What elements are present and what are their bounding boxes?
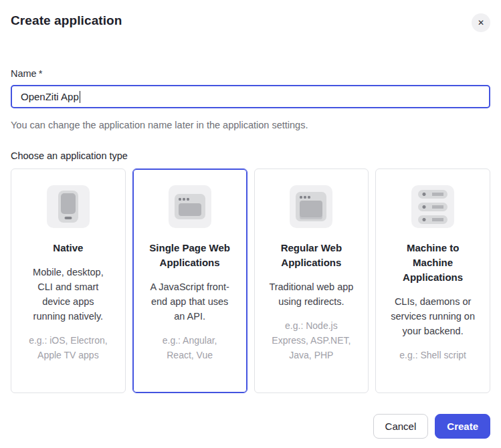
application-name-value: OpenZiti App: [21, 91, 79, 102]
app-type-title: Regular Web Applications: [270, 241, 352, 270]
close-icon: ✕: [478, 18, 484, 27]
text-caret: [80, 91, 81, 103]
dialog-footer: Cancel Create: [11, 414, 490, 439]
name-field-label: Name*: [11, 68, 490, 79]
page-title: Create application: [11, 13, 122, 28]
app-type-examples: e.g.: Angular, React, Vue: [148, 333, 232, 362]
web-app-window-icon: [296, 192, 326, 221]
app-type-examples: e.g.: Node.js Express, ASP.NET, Java, PH…: [269, 318, 353, 362]
required-marker: *: [39, 68, 43, 79]
mobile-phone-icon: [58, 191, 78, 223]
app-type-description: Traditional web app using redirects.: [269, 279, 353, 309]
app-type-icon-box: [169, 185, 211, 228]
app-type-title: Single Page Web Applications: [149, 241, 231, 270]
cancel-button[interactable]: Cancel: [373, 414, 429, 439]
close-button[interactable]: ✕: [472, 13, 490, 32]
application-name-input[interactable]: OpenZiti App: [11, 85, 490, 108]
app-type-title: Native: [27, 241, 109, 255]
application-type-label: Choose an application type: [11, 150, 490, 162]
app-type-card-native[interactable]: Native Mobile, desktop, CLI and smart de…: [11, 169, 126, 393]
app-type-icon-box: [47, 185, 90, 228]
app-type-card-list: Native Mobile, desktop, CLI and smart de…: [11, 169, 490, 393]
app-type-icon-box: [290, 185, 332, 228]
name-helper-text: You can change the application name late…: [11, 120, 490, 131]
browser-window-icon: [175, 194, 205, 219]
app-type-icon-box: [411, 185, 454, 228]
app-type-description: Mobile, desktop, CLI and smart device ap…: [26, 265, 110, 324]
app-type-examples: e.g.: iOS, Electron, Apple TV apps: [26, 333, 110, 362]
app-type-description: CLIs, daemons or services running on you…: [391, 294, 475, 338]
app-type-card-m2m[interactable]: Machine to Machine Applications CLIs, da…: [375, 169, 490, 393]
create-application-dialog: Create application ✕ Name* OpenZiti App …: [0, 0, 501, 448]
app-type-card-spa[interactable]: Single Page Web Applications A JavaScrip…: [132, 169, 247, 393]
create-button[interactable]: Create: [435, 414, 490, 439]
app-type-description: A JavaScript front-end app that uses an …: [148, 279, 232, 324]
app-type-title: Machine to Machine Applications: [392, 241, 474, 285]
dialog-header: Create application ✕: [11, 13, 490, 32]
app-type-examples: e.g.: Shell script: [391, 348, 475, 362]
server-stack-icon: [418, 203, 447, 211]
app-type-card-regular-web[interactable]: Regular Web Applications Traditional web…: [254, 169, 369, 393]
name-label-text: Name: [11, 68, 37, 79]
